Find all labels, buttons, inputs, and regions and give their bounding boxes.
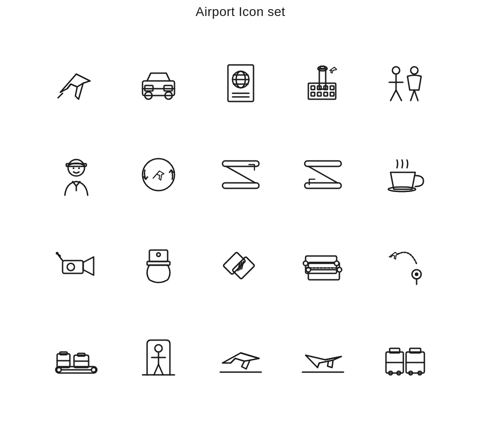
icon-airport-building [282,37,364,129]
svg-line-46 [308,166,338,183]
svg-point-38 [78,167,80,169]
svg-point-27 [392,67,400,74]
svg-rect-58 [232,256,254,279]
icon-airplane-takeoff [200,312,282,403]
svg-rect-26 [330,92,334,96]
icon-pilot [35,129,117,220]
icon-security-check [117,312,200,403]
svg-line-34 [414,90,418,101]
svg-line-33 [411,90,414,101]
svg-point-84 [155,345,162,352]
page-title: Airport Icon set [196,5,285,19]
svg-rect-48 [63,261,83,273]
svg-line-87 [154,364,159,375]
svg-point-72 [415,272,418,276]
svg-line-31 [396,90,402,101]
icon-flight-destination [364,220,446,312]
svg-line-0 [58,93,63,98]
icon-flight-time [117,129,200,220]
icon-airplane-landing [282,312,364,403]
svg-point-37 [73,167,74,169]
icon-passport [200,37,282,129]
svg-line-88 [159,364,163,375]
icon-luggage-conveyor [35,312,117,403]
svg-rect-23 [311,92,315,96]
svg-point-69 [334,261,339,266]
svg-line-43 [226,166,255,183]
svg-point-56 [157,253,160,256]
svg-rect-17 [320,66,325,69]
icon-coffee [364,129,446,220]
svg-rect-22 [330,86,334,90]
svg-rect-7 [228,65,254,101]
svg-rect-45 [305,161,341,166]
svg-rect-19 [311,86,315,90]
svg-point-68 [303,261,308,266]
icon-luggage [364,312,446,403]
svg-point-32 [411,67,418,74]
svg-point-50 [67,263,74,271]
svg-rect-57 [223,252,245,274]
icon-car [117,37,200,129]
icon-toilet [117,220,200,312]
icon-grid [17,33,465,408]
svg-marker-49 [83,257,94,275]
icon-airplane [35,37,117,129]
svg-rect-92 [390,348,400,353]
svg-line-30 [391,90,396,101]
svg-rect-97 [410,348,421,353]
icon-escalator-down [282,129,364,220]
svg-rect-25 [324,92,328,96]
svg-rect-24 [317,92,321,96]
svg-rect-44 [305,183,341,188]
icon-escalator-up [200,129,282,220]
svg-point-65 [337,267,342,272]
icon-tickets [282,220,364,312]
svg-rect-41 [222,183,259,188]
icon-boarding-pass-scan [200,220,282,312]
svg-point-53 [56,252,58,255]
icon-restroom [364,37,446,129]
svg-rect-42 [222,161,259,166]
icon-cctv [35,220,117,312]
